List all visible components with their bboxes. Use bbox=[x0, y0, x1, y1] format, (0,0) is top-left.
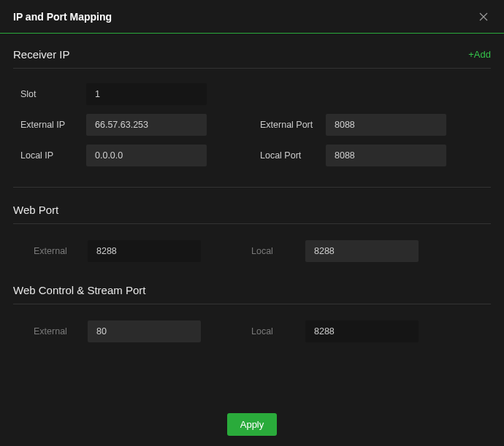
web-control-title: Web Control & Stream Port bbox=[13, 284, 491, 296]
local-row: Local IP Local Port bbox=[20, 140, 491, 171]
web-control-external-label: External bbox=[34, 326, 88, 337]
external-port-input[interactable] bbox=[326, 114, 446, 136]
web-port-row: External Local bbox=[13, 224, 491, 268]
web-control-external-input[interactable] bbox=[88, 320, 201, 342]
external-ip-input[interactable] bbox=[86, 114, 207, 136]
add-button[interactable]: +Add bbox=[468, 49, 491, 60]
web-control-local-label: Local bbox=[251, 326, 305, 337]
web-port-external-pair: External bbox=[34, 240, 244, 262]
web-port-external-input[interactable] bbox=[88, 240, 201, 262]
web-control-header: Web Control & Stream Port bbox=[13, 268, 491, 304]
web-control-local-pair: Local bbox=[251, 320, 462, 342]
close-button[interactable] bbox=[476, 9, 491, 24]
slot-pair: Slot bbox=[20, 83, 247, 105]
web-port-local-input[interactable] bbox=[305, 240, 419, 262]
web-port-external-label: External bbox=[34, 246, 88, 256]
external-ip-pair: External IP bbox=[20, 114, 247, 136]
dialog-content: Receiver IP +Add Slot External IP Extern… bbox=[0, 34, 504, 348]
dialog-footer: Apply bbox=[0, 413, 504, 436]
apply-button[interactable]: Apply bbox=[227, 413, 278, 436]
web-port-header: Web Port bbox=[13, 188, 491, 224]
local-ip-pair: Local IP bbox=[20, 145, 247, 166]
web-control-row: External Local bbox=[13, 304, 491, 348]
receiver-ip-header: Receiver IP +Add bbox=[13, 44, 491, 69]
web-port-local-label: Local bbox=[251, 246, 305, 256]
external-ip-label: External IP bbox=[20, 120, 86, 130]
receiver-ip-title: Receiver IP bbox=[13, 48, 70, 61]
local-port-label: Local Port bbox=[260, 150, 326, 161]
web-port-title: Web Port bbox=[13, 204, 491, 216]
local-ip-label: Local IP bbox=[20, 150, 86, 161]
local-ip-input[interactable] bbox=[86, 145, 207, 166]
local-port-pair: Local Port bbox=[260, 145, 486, 166]
dialog-title: IP and Port Mapping bbox=[13, 11, 112, 23]
web-control-local-input[interactable] bbox=[305, 320, 419, 342]
ip-port-mapping-dialog: IP and Port Mapping Receiver IP +Add Slo… bbox=[0, 0, 504, 446]
web-port-local-pair: Local bbox=[251, 240, 462, 262]
receiver-ip-form: Slot External IP External Port Local IP bbox=[13, 69, 491, 184]
external-row: External IP External Port bbox=[20, 109, 491, 140]
slot-label: Slot bbox=[20, 89, 86, 99]
close-icon bbox=[479, 12, 488, 21]
titlebar: IP and Port Mapping bbox=[0, 0, 504, 34]
local-port-input[interactable] bbox=[326, 145, 446, 166]
external-port-label: External Port bbox=[260, 120, 326, 130]
slot-row: Slot bbox=[20, 79, 491, 109]
slot-input[interactable] bbox=[86, 83, 207, 105]
web-control-external-pair: External bbox=[34, 320, 244, 342]
external-port-pair: External Port bbox=[260, 114, 486, 136]
